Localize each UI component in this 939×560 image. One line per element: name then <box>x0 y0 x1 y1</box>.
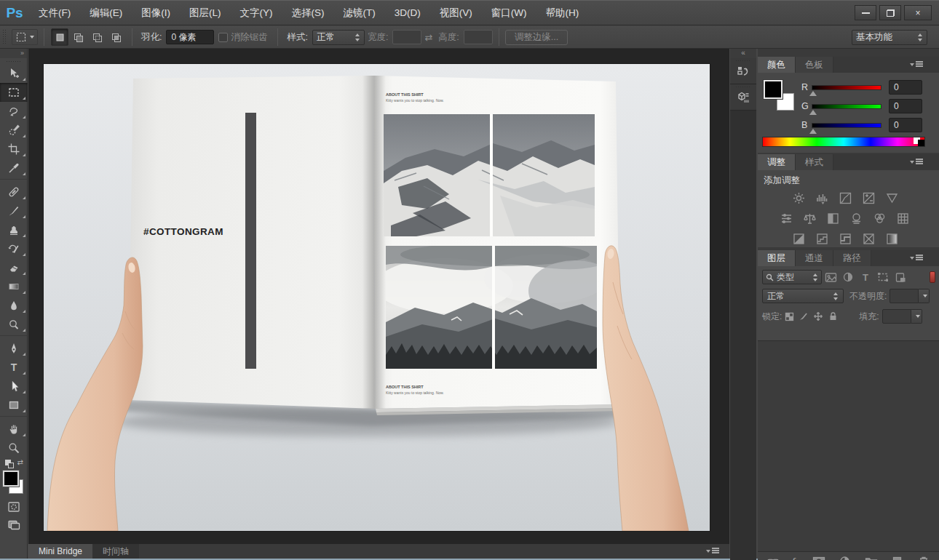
feather-input[interactable] <box>166 30 214 44</box>
swap-colors-mini[interactable]: ⇄ <box>0 457 28 469</box>
eraser-tool[interactable] <box>0 258 28 277</box>
fill-input[interactable] <box>882 309 911 324</box>
tab-color[interactable]: 颜色 <box>758 57 796 73</box>
green-value-input[interactable]: 0 <box>889 99 922 113</box>
history-brush-tool[interactable] <box>0 239 28 258</box>
red-slider[interactable] <box>812 85 881 90</box>
new-layer-button[interactable] <box>890 555 905 560</box>
brush-tool[interactable] <box>0 201 28 220</box>
vibrance-icon[interactable] <box>884 191 900 206</box>
menu-image[interactable]: 图像(I) <box>132 1 180 25</box>
fill-combo[interactable] <box>882 309 922 324</box>
brightness-contrast-icon[interactable] <box>791 191 807 206</box>
new-selection-mode-button[interactable] <box>51 28 68 46</box>
blend-mode-select[interactable]: 正常 <box>762 289 844 303</box>
color-panel-swatches[interactable] <box>764 80 797 113</box>
tab-timeline[interactable]: 时间轴 <box>92 544 139 559</box>
menu-type[interactable]: 文字(Y) <box>231 1 282 25</box>
blue-slider-thumb[interactable] <box>809 129 817 134</box>
exposure-icon[interactable] <box>861 191 876 206</box>
adjustments-panel-menu-icon[interactable] <box>910 158 923 167</box>
levels-icon[interactable] <box>815 191 830 206</box>
hand-tool[interactable] <box>0 420 28 439</box>
panel-menu-icon[interactable] <box>706 547 719 556</box>
gradient-map-icon[interactable] <box>884 231 900 247</box>
crop-tool[interactable] <box>0 140 28 159</box>
lock-transparency-icon[interactable] <box>783 311 795 322</box>
lock-position-icon[interactable] <box>812 311 824 322</box>
blur-tool[interactable] <box>0 296 28 315</box>
tab-layers[interactable]: 图层 <box>758 250 796 266</box>
menu-edit[interactable]: 编辑(E) <box>80 1 132 25</box>
link-layers-button[interactable] <box>766 555 780 560</box>
height-input[interactable] <box>464 30 493 44</box>
refine-edge-button[interactable]: 调整边缘... <box>505 30 568 45</box>
fill-dropdown-button[interactable] <box>911 309 922 324</box>
layer-filter-type-select[interactable]: 类型 <box>762 270 822 284</box>
spot-healing-brush-tool[interactable] <box>0 183 28 201</box>
color-balance-icon[interactable] <box>802 211 817 226</box>
close-button[interactable]: × <box>904 5 932 20</box>
shape-layer-filter-icon[interactable] <box>876 271 890 284</box>
photo-filter-icon[interactable] <box>849 211 864 226</box>
menu-file[interactable]: 文件(F) <box>29 1 80 25</box>
tab-channels[interactable]: 通道 <box>796 250 833 266</box>
dock-collapse-button[interactable]: « <box>730 49 756 58</box>
screen-mode-button[interactable] <box>0 516 28 535</box>
blue-slider[interactable] <box>812 123 881 128</box>
foreground-background-colors[interactable] <box>0 469 28 498</box>
style-select[interactable]: 正常 <box>312 30 365 45</box>
document-canvas[interactable]: #COTTONGRAM ABOUT THIS SHIRT Kitty wants… <box>44 64 710 531</box>
properties-panel-button[interactable] <box>730 84 756 111</box>
layer-style-fx-button[interactable]: fx <box>792 556 800 560</box>
toolbar-collapse-button[interactable]: » <box>0 49 27 58</box>
blue-value-input[interactable]: 0 <box>889 118 922 132</box>
color-lookup-icon[interactable] <box>895 211 911 226</box>
lock-pixels-icon[interactable] <box>798 311 809 322</box>
green-slider-thumb[interactable] <box>809 110 817 115</box>
threshold-icon[interactable] <box>838 231 853 247</box>
zoom-tool[interactable] <box>0 439 28 457</box>
opacity-input[interactable] <box>890 289 919 303</box>
menu-view[interactable]: 视图(V) <box>430 1 482 25</box>
red-slider-thumb[interactable] <box>809 91 817 96</box>
color-spectrum-ramp[interactable] <box>762 137 925 147</box>
lock-all-icon[interactable] <box>827 311 839 322</box>
restore-button[interactable] <box>879 5 901 20</box>
adjustment-layer-filter-icon[interactable] <box>841 271 855 284</box>
quick-mask-button[interactable] <box>0 498 28 516</box>
antialias-checkbox[interactable] <box>218 33 228 42</box>
black-quick-swatch[interactable] <box>918 140 924 146</box>
lasso-tool[interactable] <box>0 102 28 121</box>
workspace-select[interactable]: 基本功能 <box>852 30 927 45</box>
tool-preset-picker[interactable] <box>12 29 38 45</box>
posterize-icon[interactable] <box>815 231 830 247</box>
layer-filter-toggle[interactable] <box>930 271 935 283</box>
curves-icon[interactable] <box>838 191 853 206</box>
selective-color-icon[interactable] <box>861 231 876 247</box>
color-panel-menu-icon[interactable] <box>910 60 923 69</box>
new-group-button[interactable] <box>864 555 879 560</box>
swap-dimensions-icon[interactable]: ⇄ <box>424 32 432 43</box>
width-input[interactable] <box>392 30 421 44</box>
menu-3d[interactable]: 3D(D) <box>385 1 430 25</box>
invert-icon[interactable] <box>791 231 807 247</box>
new-adjustment-layer-button[interactable] <box>838 555 852 560</box>
quick-selection-tool[interactable] <box>0 121 28 140</box>
menu-help[interactable]: 帮助(H) <box>536 1 588 25</box>
menu-filter[interactable]: 滤镜(T) <box>334 1 385 25</box>
move-tool[interactable] <box>0 64 28 83</box>
layers-panel-menu-icon[interactable] <box>910 254 923 263</box>
type-layer-filter-icon[interactable]: T <box>858 271 873 284</box>
layers-list[interactable] <box>758 340 939 551</box>
gradient-tool[interactable] <box>0 277 28 296</box>
opacity-dropdown-button[interactable] <box>919 289 930 303</box>
tab-paths[interactable]: 路径 <box>833 250 871 266</box>
pen-tool[interactable] <box>0 339 28 358</box>
foreground-color-swatch[interactable] <box>764 80 782 99</box>
history-panel-button[interactable] <box>730 58 756 84</box>
smart-object-filter-icon[interactable] <box>893 271 908 284</box>
intersect-selection-mode-button[interactable] <box>108 28 125 46</box>
tab-styles[interactable]: 样式 <box>796 154 833 170</box>
menu-window[interactable]: 窗口(W) <box>482 1 536 25</box>
